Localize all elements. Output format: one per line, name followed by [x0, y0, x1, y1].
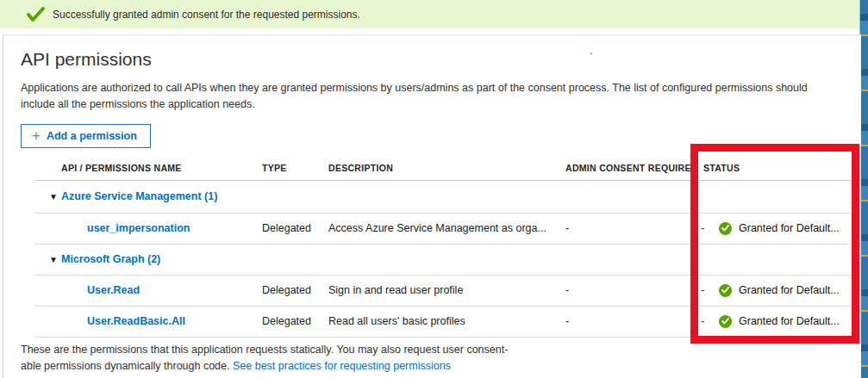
page-description: Applications are authorized to call APIs…	[21, 80, 841, 113]
status-text: Granted for Default...	[739, 306, 840, 337]
group-name-link[interactable]: Microsoft Graph (2)	[61, 244, 160, 275]
permission-description: Read all users' basic profiles	[328, 306, 465, 337]
status-dash: -	[701, 306, 704, 337]
group-name-link[interactable]: Azure Service Management (1)	[61, 180, 217, 213]
table-row-user-impersonation: user_impersonation Delegated Access Azur…	[35, 213, 851, 245]
footer-line2: able permissions dynamically through cod…	[21, 360, 233, 372]
content-panel: API permissions . Applications are autho…	[3, 34, 861, 378]
admin-consent-value: -	[565, 275, 569, 306]
granted-check-icon	[719, 275, 732, 306]
add-permission-label: Add a permission	[47, 130, 137, 142]
success-banner: Successfully granted admin consent for t…	[0, 0, 860, 28]
status-dash: -	[701, 275, 704, 306]
permission-name-link[interactable]: user_impersonation	[87, 213, 190, 244]
table-row-group-microsoft-graph[interactable]: ▼ Microsoft Graph (2)	[35, 244, 851, 276]
permission-name-link[interactable]: User.Read	[87, 275, 140, 306]
status-text: Granted for Default...	[739, 213, 840, 244]
header-admin-consent-required: ADMIN CONSENT REQUIRED	[565, 156, 698, 180]
granted-check-icon	[719, 213, 732, 244]
success-check-icon	[27, 7, 45, 22]
permission-type: Delegated	[262, 213, 311, 244]
permission-description: Sign in and read user profile	[328, 275, 463, 306]
admin-consent-value: -	[565, 306, 569, 337]
header-type: TYPE	[262, 156, 287, 180]
caret-down-icon[interactable]: ▼	[49, 180, 58, 213]
table-row-user-read: User.Read Delegated Sign in and read use…	[35, 275, 851, 307]
header-description: DESCRIPTION	[328, 156, 393, 180]
plus-icon: +	[32, 128, 41, 143]
granted-check-icon	[719, 306, 732, 337]
table-header-row: API / PERMISSIONS NAME TYPE DESCRIPTION …	[35, 156, 851, 181]
permission-type: Delegated	[262, 306, 311, 337]
api-permissions-page: Successfully granted admin consent for t…	[0, 0, 868, 378]
admin-consent-value: -	[565, 213, 569, 244]
header-api-permissions-name: API / PERMISSIONS NAME	[61, 156, 182, 180]
banner-message: Successfully granted admin consent for t…	[53, 9, 360, 21]
table-row-group-azure-service-management[interactable]: ▼ Azure Service Management (1)	[35, 180, 851, 214]
page-title: API permissions	[21, 49, 152, 70]
permission-type: Delegated	[262, 275, 311, 306]
stray-dot: .	[590, 44, 593, 57]
status-dash: -	[701, 213, 704, 244]
footer-line1: These are the permissions that this appl…	[21, 344, 508, 356]
best-practices-link[interactable]: See best practices for requesting permis…	[233, 360, 451, 372]
status-text: Granted for Default...	[739, 275, 840, 306]
header-status: STATUS	[703, 156, 740, 180]
footer-note: These are the permissions that this appl…	[21, 342, 508, 375]
table-row-user-readbasic-all: User.ReadBasic.All Delegated Read all us…	[35, 306, 851, 338]
permission-name-link[interactable]: User.ReadBasic.All	[87, 306, 185, 337]
caret-down-icon[interactable]: ▼	[49, 244, 58, 275]
add-permission-button[interactable]: + Add a permission	[21, 124, 151, 148]
permission-description: Access Azure Service Management as orga.…	[328, 213, 546, 244]
